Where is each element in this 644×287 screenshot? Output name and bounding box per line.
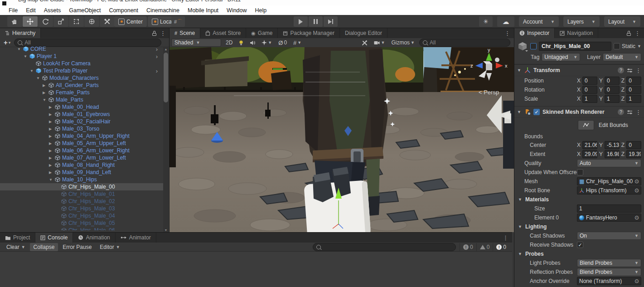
transform-tool-button[interactable]	[84, 16, 99, 27]
hierarchy-item[interactable]: Chr_Hips_Male_05 ›	[0, 219, 163, 227]
lock-icon[interactable]	[627, 31, 631, 36]
hierarchy-scrollbar[interactable]: ▲ ▼	[163, 47, 169, 232]
hierarchy-item[interactable]: LookAt For Camera ›	[0, 60, 163, 67]
menu-item[interactable]: Assets	[40, 7, 65, 14]
console-clear-button[interactable]: Clear▼	[3, 243, 29, 251]
error-count-toggle[interactable]: !0	[493, 243, 509, 251]
hierarchy-item[interactable]: Male_Parts ›	[0, 96, 163, 103]
x-field[interactable]: 0	[582, 86, 597, 94]
expand-arrow-icon[interactable]	[49, 134, 55, 138]
collab-button[interactable]: ☁	[497, 16, 514, 27]
grid-snap-button[interactable]: #⌒	[171, 16, 185, 27]
expand-arrow-icon[interactable]	[49, 156, 55, 160]
hierarchy-item[interactable]: Chr_Hips_Male_06 ›	[0, 227, 163, 230]
console-error-pause-button[interactable]: Error Pause	[59, 243, 95, 251]
expand-arrow-icon[interactable]	[49, 149, 55, 153]
hierarchy-item[interactable]: Chr_Hips_Male_02 ›	[0, 198, 163, 205]
tab-package-manager[interactable]: Package Manager	[278, 28, 339, 38]
info-count-toggle[interactable]: !0	[460, 243, 476, 251]
presets-icon[interactable]	[627, 68, 633, 73]
rotate-tool-button[interactable]	[38, 16, 53, 27]
hierarchy-item[interactable]: Chr_Hips_Male_04 ›	[0, 212, 163, 219]
hierarchy-item[interactable]: Male_08_Hand_Right ›	[0, 161, 163, 169]
menu-item[interactable]: Mobile Input	[184, 7, 223, 14]
foldout-icon[interactable]: ▼	[518, 224, 523, 229]
expand-arrow-icon[interactable]	[43, 91, 48, 95]
expand-arrow-icon[interactable]	[30, 69, 36, 73]
hierarchy-item[interactable]: Male_03_Torso ›	[0, 125, 163, 132]
help-icon[interactable]: ?	[618, 67, 624, 73]
expand-arrow-icon[interactable]	[43, 98, 48, 102]
foldout-icon[interactable]: ▼	[517, 68, 522, 73]
y-field[interactable]: 16.9806	[605, 150, 620, 158]
x-field[interactable]: 1	[582, 95, 597, 103]
menu-item[interactable]: Edit	[22, 7, 40, 14]
tab-inspector[interactable]: Inspector	[514, 28, 555, 38]
menu-item[interactable]: Cinemachine	[142, 7, 184, 14]
x-field[interactable]: 21.0625	[582, 141, 597, 149]
scene-viewport[interactable]: y z x < Persp	[169, 47, 514, 232]
scroll-down-icon[interactable]: ▼	[163, 229, 169, 232]
hierarchy-item[interactable]: Chr_Hips_Male_03 ›	[0, 205, 163, 212]
hierarchy-item[interactable]: Male_10_Hips ›	[0, 176, 163, 183]
y-field[interactable]: -5.1332	[605, 141, 620, 149]
y-field[interactable]: 0	[605, 77, 620, 85]
foldout-icon[interactable]: ▼	[518, 197, 523, 202]
object-picker-icon[interactable]: ⊙	[634, 214, 639, 221]
tab-scene[interactable]: #Scene	[169, 28, 200, 38]
menu-item[interactable]: File	[5, 7, 22, 14]
expand-arrow-icon[interactable]	[49, 163, 55, 167]
hierarchy-item[interactable]: Male_04_Arm_Upper_Right ›	[0, 132, 163, 140]
console-search-input[interactable]	[313, 243, 456, 251]
hierarchy-item[interactable]: Male_05_Arm_Upper_Left ›	[0, 140, 163, 147]
expand-arrow-icon[interactable]	[49, 127, 55, 131]
layout-dropdown[interactable]: Layout▼	[604, 16, 640, 27]
expand-arrow-icon[interactable]	[36, 76, 42, 80]
z-field[interactable]: 19.3929	[626, 150, 641, 158]
expand-arrow-icon[interactable]	[49, 120, 55, 124]
scale-tool-button[interactable]	[53, 16, 68, 27]
presets-icon[interactable]	[627, 110, 633, 115]
console-collapse-button[interactable]: Collapse	[30, 243, 58, 251]
element0-object-field[interactable]: FantasyHero⊙	[577, 214, 641, 222]
materials-size-field[interactable]: 1	[577, 204, 641, 213]
expand-arrow-icon[interactable]	[43, 83, 48, 88]
scene-visibility-button[interactable]: Ø0	[276, 39, 289, 46]
gameobject-big-cube-icon[interactable]	[517, 41, 528, 52]
y-field[interactable]: 0	[605, 86, 620, 94]
active-checkbox[interactable]	[530, 43, 537, 49]
z-field[interactable]: 0	[626, 86, 641, 94]
hierarchy-item[interactable]: Test Prefab Player ›	[0, 67, 163, 74]
scene-camera-button[interactable]: ▼	[372, 39, 387, 46]
tab-project[interactable]: Project	[0, 233, 35, 243]
custom-tool-button[interactable]	[100, 16, 115, 27]
layers-dropdown[interactable]: Layers▼	[563, 16, 600, 27]
help-icon[interactable]: ?	[618, 109, 624, 115]
scene-search-input[interactable]: All	[419, 39, 510, 47]
hierarchy-item[interactable]: Modular_Characters ›	[0, 74, 163, 82]
menu-item[interactable]: Component	[105, 7, 142, 14]
expand-arrow-icon[interactable]	[17, 47, 23, 51]
lock-icon[interactable]	[152, 31, 156, 36]
kebab-menu-icon[interactable]: ⋮	[503, 234, 508, 241]
layer-dropdown[interactable]: Default▼	[603, 53, 641, 61]
root-bone-object-field[interactable]: Hips (Transform)⊙	[577, 186, 641, 195]
foldout-icon[interactable]: ▼	[517, 110, 522, 114]
hierarchy-item[interactable]: Male_09_Hand_Left ›	[0, 169, 163, 176]
update-offscreen-checkbox[interactable]	[577, 169, 583, 175]
hierarchy-item[interactable]: Chr_Hips_Male_00 ›	[0, 183, 163, 190]
tab-asset-store[interactable]: Asset Store	[200, 28, 246, 38]
z-field[interactable]: 0	[626, 141, 641, 149]
expand-arrow-icon[interactable]	[24, 54, 29, 58]
hierarchy-item[interactable]: Male_01_Eyebrows ›	[0, 111, 163, 118]
receive-shadows-checkbox[interactable]: ✓	[577, 242, 583, 248]
transform-header[interactable]: ▼ Transform ? ⋮	[514, 64, 644, 76]
menu-item[interactable]: Window	[223, 7, 251, 14]
hierarchy-item[interactable]: Chr_Hips_Male_01 ›	[0, 190, 163, 198]
gameobject-name-field[interactable]: Chr_Hips_Male_00	[539, 42, 611, 51]
step-button[interactable]	[324, 16, 338, 27]
z-field[interactable]: 1	[626, 95, 641, 103]
scene-tools-button[interactable]	[360, 39, 369, 46]
kebab-menu-icon[interactable]: ⋮	[504, 30, 510, 37]
console-log-area[interactable]	[0, 252, 512, 287]
